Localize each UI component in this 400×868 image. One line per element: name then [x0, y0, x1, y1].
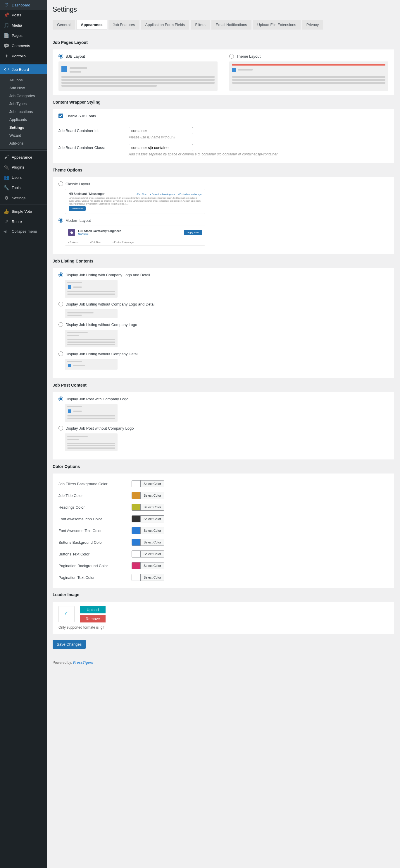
color-label: Job Filters Background Color — [59, 482, 132, 486]
upload-button[interactable]: Upload — [80, 606, 106, 613]
radio-sjb-input[interactable] — [59, 54, 63, 59]
radio-post-2[interactable]: Display Job Post without Company Logo — [59, 426, 388, 431]
color-label: Pagination Background Color — [59, 564, 132, 568]
tab-appearance[interactable]: Appearance — [76, 20, 107, 30]
radio-sjb-layout[interactable]: SJB Layout — [59, 54, 218, 59]
color-picker[interactable]: Select Color — [132, 492, 164, 499]
color-row-3: Font Awesome Icon Color Select Color — [59, 513, 388, 525]
label-container-class: Job Board Container Class: — [59, 144, 129, 150]
submenu-item-add-ons[interactable]: Add-ons — [0, 139, 47, 147]
section-title-listing: Job Listing Contents — [53, 254, 394, 268]
checkbox-enable-fonts-input[interactable] — [59, 114, 63, 118]
menu-item-media[interactable]: 🎵Media — [0, 20, 47, 30]
media-icon: 🎵 — [3, 23, 9, 28]
radio-listing-2[interactable]: Display Job Listing without Company Logo… — [59, 302, 388, 306]
color-picker[interactable]: Select Color — [132, 539, 164, 546]
color-row-5: Buttons Background Color Select Color — [59, 536, 388, 548]
tab-upload-file-extensions[interactable]: Upload File Extensions — [253, 20, 301, 30]
menu-item-appearance[interactable]: 🖌Appearance — [0, 152, 47, 162]
radio-listing-3[interactable]: Display Job Listing without Company Logo — [59, 322, 388, 327]
radio-modern[interactable]: Modern Layout — [59, 218, 388, 223]
menu-label: Portfolio — [12, 54, 26, 58]
submenu-item-settings[interactable]: Settings — [0, 124, 47, 131]
preview-modern-logo: ◆ — [68, 229, 75, 236]
submenu-item-all-jobs[interactable]: All Jobs — [0, 76, 47, 84]
input-container-class[interactable] — [129, 144, 193, 151]
submenu-item-job-types[interactable]: Job Types — [0, 100, 47, 108]
menu-item-settings[interactable]: ⚙Settings — [0, 193, 47, 203]
color-label: Font Awesome Text Color — [59, 529, 132, 533]
color-picker[interactable]: Select Color — [132, 504, 164, 511]
radio-theme-input[interactable] — [229, 54, 234, 59]
select-color-button[interactable]: Select Color — [141, 516, 164, 522]
menu-item-plugins[interactable]: 🔌Plugins — [0, 162, 47, 173]
preview-post-1 — [65, 404, 118, 422]
panel-wrapper: Enable SJB Fonts Job Board Container Id:… — [53, 109, 394, 163]
radio-classic-label: Classic Layout — [66, 182, 90, 186]
preview-sjb-layout — [59, 61, 218, 91]
plug-icon: 🔌 — [3, 164, 9, 170]
submenu-item-applicants[interactable]: Applicants — [0, 116, 47, 124]
color-picker[interactable]: Select Color — [132, 480, 164, 487]
submenu-item-wizard[interactable]: Wizard — [0, 131, 47, 139]
radio-listing-1[interactable]: Display Job Listing with Company Logo an… — [59, 273, 388, 277]
select-color-button[interactable]: Select Color — [141, 492, 164, 499]
collapse-menu[interactable]: ◀ Collapse menu — [0, 227, 47, 236]
radio-post-1[interactable]: Display Job Post with Company Logo — [59, 397, 388, 401]
tab-filters[interactable]: Filters — [191, 20, 210, 30]
preview-listing-1 — [65, 280, 118, 298]
color-row-8: Pagination Text Color Select Color — [59, 571, 388, 583]
radio-theme-layout[interactable]: Theme Layout — [229, 54, 388, 59]
color-picker[interactable]: Select Color — [132, 515, 164, 522]
color-picker[interactable]: Select Color — [132, 574, 164, 581]
tag-icon: 🏷 — [3, 67, 9, 72]
color-label: Buttons Background Color — [59, 540, 132, 545]
menu-item-portfolio[interactable]: ✦Portfolio — [0, 51, 47, 61]
menu-item-comments[interactable]: 💬Comments — [0, 41, 47, 51]
select-color-button[interactable]: Select Color — [141, 574, 164, 581]
select-color-button[interactable]: Select Color — [141, 562, 164, 569]
menu-item-tools[interactable]: 🔧Tools — [0, 183, 47, 193]
color-row-2: Headings Color Select Color — [59, 501, 388, 513]
radio-classic-input[interactable] — [59, 181, 63, 186]
color-picker[interactable]: Select Color — [132, 562, 164, 569]
color-label: Headings Color — [59, 505, 132, 509]
radio-listing-4[interactable]: Display Job Listing without Company Deta… — [59, 351, 388, 356]
panel-pages-layout: SJB Layout Theme Layou — [53, 50, 394, 95]
submenu-item-job-locations[interactable]: Job Locations — [0, 108, 47, 116]
radio-classic[interactable]: Classic Layout — [59, 181, 388, 186]
select-color-button[interactable]: Select Color — [141, 504, 164, 510]
radio-modern-input[interactable] — [59, 218, 63, 223]
remove-button[interactable]: Remove — [80, 615, 106, 622]
menu-item-posts[interactable]: 📌Posts — [0, 10, 47, 20]
menu-item-users[interactable]: 👥Users — [0, 173, 47, 183]
menu-item-pages[interactable]: 📄Pages — [0, 30, 47, 41]
submenu-item-add-new[interactable]: Add New — [0, 84, 47, 92]
menu-item-route[interactable]: ↗Route — [0, 217, 47, 227]
tab-application-form-fields[interactable]: Application Form Fields — [141, 20, 190, 30]
select-color-button[interactable]: Select Color — [141, 551, 164, 557]
comment-icon: 💬 — [3, 43, 9, 49]
save-button[interactable]: Save Changes — [53, 640, 86, 649]
color-picker[interactable]: Select Color — [132, 527, 164, 534]
select-color-button[interactable]: Select Color — [141, 527, 164, 534]
menu-item-dashboard[interactable]: ⏱Dashboard — [0, 0, 47, 10]
tab-job-features[interactable]: Job Features — [108, 20, 139, 30]
tab-general[interactable]: General — [53, 20, 75, 30]
select-color-button[interactable]: Select Color — [141, 480, 164, 487]
tab-privacy[interactable]: Privacy — [302, 20, 323, 30]
preview-classic: HR Assistant / Messenger Part Time Poste… — [65, 189, 205, 214]
menu-item-job-board[interactable]: 🏷Job Board — [0, 64, 47, 74]
color-swatch — [132, 539, 141, 546]
color-row-6: Buttons Text Color Select Color — [59, 548, 388, 560]
menu-item-simple-vote[interactable]: 👍Simple Vote — [0, 206, 47, 217]
hint-container-class: Add classes seprated by space or comma e… — [129, 152, 388, 156]
submenu-item-job-categories[interactable]: Job Categories — [0, 92, 47, 100]
tab-email-notifications[interactable]: Email Notifications — [211, 20, 252, 30]
select-color-button[interactable]: Select Color — [141, 539, 164, 546]
input-container-id[interactable] — [129, 127, 193, 134]
color-label: Font Awesome Icon Color — [59, 517, 132, 521]
menu-label: Route — [12, 219, 22, 224]
color-picker[interactable]: Select Color — [132, 551, 164, 558]
checkbox-enable-fonts[interactable]: Enable SJB Fonts — [59, 114, 388, 118]
